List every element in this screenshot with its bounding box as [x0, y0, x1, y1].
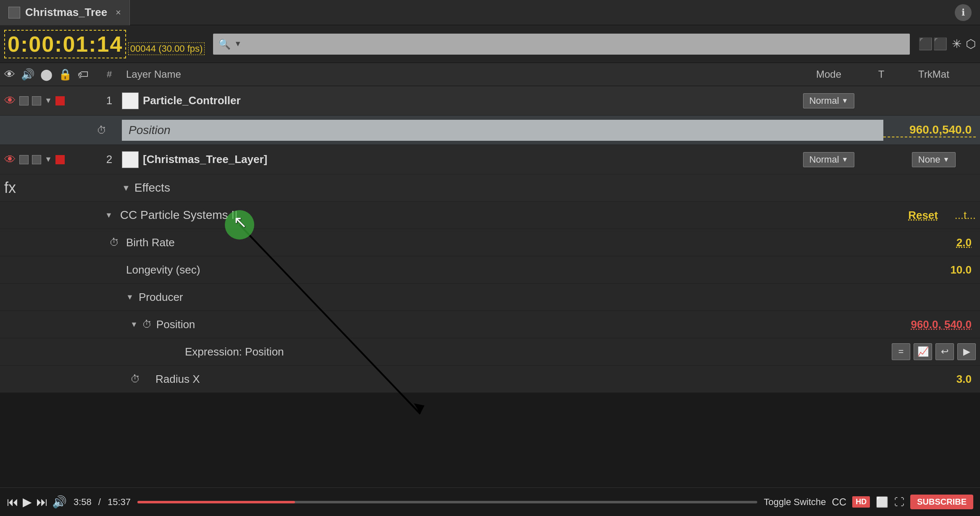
cc-particle-row: ▼ CC Particle Systems II Reset ...t...: [0, 202, 980, 229]
effects-expand-icon[interactable]: ▼: [122, 183, 130, 193]
layer-panel-header: 👁 🔊 ⬤ 🔒 🏷 # Layer Name Mode T TrkMat: [0, 63, 980, 86]
layer-1-mode-box[interactable]: Normal ▼: [803, 93, 855, 108]
radius-x-indent: ⏱: [4, 373, 151, 385]
effects-header-row: fx ▼ Effects: [0, 174, 980, 202]
toolbar-icons: ⬛⬛ ✳ ⬡: [918, 37, 976, 51]
col-hash: #: [97, 69, 122, 80]
layer-2-number: 2: [97, 153, 122, 166]
layer-2-thumbnail: [122, 151, 139, 168]
layer-2-trkmat-cell[interactable]: None ▼: [892, 152, 976, 167]
expression-row: Expression: Position = 📈 ↩ ▶: [0, 338, 980, 366]
info-icon[interactable]: ℹ: [955, 4, 972, 21]
label-header-icon: 🏷: [78, 68, 89, 81]
cursor-pointer: [225, 210, 254, 240]
fx-icon: fx: [4, 179, 29, 197]
tab-title: Christmas_Tree: [25, 6, 107, 19]
video-right-controls: Toggle Switche CC HD ⬜ ⛶ SUBSCRIBE: [764, 495, 973, 509]
layer-2-square-2: [32, 155, 41, 164]
expr-equals-button[interactable]: =: [892, 343, 910, 360]
lock-header-icon: 🔒: [58, 68, 72, 81]
birth-rate-value[interactable]: 2.0: [925, 236, 976, 249]
timecode-display[interactable]: 0:00:01:14: [4, 30, 126, 58]
layer-2-color-label: [55, 155, 65, 164]
play-pause-button[interactable]: ▶: [23, 495, 32, 509]
time-search-bar: 0:00:01:14 00044 (30.00 fps) 🔍 ▼ ⬛⬛ ✳ ⬡: [0, 25, 980, 63]
layer-1-color-label: [55, 96, 65, 105]
toolbar-icon-3[interactable]: ⬡: [966, 37, 976, 51]
composition-tab[interactable]: Christmas_Tree ×: [0, 0, 130, 25]
layer-2-row[interactable]: 👁 ▼ 2 [Christmas_Tree_Layer] Normal ▼ No…: [0, 145, 980, 174]
toolbar-icon-2[interactable]: ✳: [952, 37, 962, 51]
birth-rate-row: ⏱ Birth Rate 2.0: [0, 229, 980, 256]
toolbar-icon-1[interactable]: ⬛⬛: [918, 37, 948, 51]
cc-ellipsis: ...t...: [942, 209, 976, 222]
fullscreen-button[interactable]: ⛶: [894, 496, 904, 508]
progress-bar[interactable]: [137, 501, 757, 503]
layer-1-thumbnail: [122, 92, 139, 109]
progress-bar-fill: [137, 501, 295, 503]
theater-mode-button[interactable]: ⬜: [876, 496, 888, 508]
main-content: 👁 ▼ 1 Particle_Controller Normal ▼ ⏱ Pos…: [0, 86, 980, 487]
cc-button[interactable]: CC: [832, 496, 847, 508]
expression-controls: = 📈 ↩ ▶: [892, 343, 976, 360]
layer-2-name[interactable]: [Christmas_Tree_Layer]: [143, 153, 787, 166]
layer-2-eye-icon[interactable]: 👁: [4, 153, 16, 166]
layer-2-square-1: [19, 155, 29, 164]
volume-button[interactable]: 🔊: [52, 495, 67, 509]
effects-label: Effects: [134, 181, 170, 195]
producer-label: Producer: [139, 291, 976, 304]
layer-1-name[interactable]: Particle_Controller: [143, 94, 787, 107]
radius-x-row: ⏱ Radius X 3.0: [0, 366, 980, 393]
layer-1-controls: 👁 ▼: [4, 94, 97, 108]
toggle-switches-label: Toggle Switche: [764, 497, 826, 508]
time-display: 0:00:01:14 00044 (30.00 fps): [4, 30, 205, 58]
time-separator: /: [98, 497, 101, 508]
longevity-row: Longevity (sec) 10.0: [0, 256, 980, 284]
subscribe-button[interactable]: SUBSCRIBE: [910, 495, 973, 509]
expression-label: Expression: Position: [185, 345, 888, 358]
video-player-bar: ⏮ ▶ ⏭ 🔊 3:58 / 15:37 Toggle Switche CC H…: [0, 487, 980, 516]
producer-position-expand-icon[interactable]: ▼: [130, 320, 138, 329]
layer-1-eye-icon[interactable]: 👁: [4, 94, 16, 108]
search-dropdown-icon[interactable]: ▼: [234, 39, 242, 48]
producer-expand-icon[interactable]: ▼: [126, 293, 134, 302]
producer-position-value[interactable]: 960.0, 540.0: [883, 318, 976, 331]
layer-1-mode-dropdown[interactable]: Normal ▼: [787, 93, 871, 108]
layer-2-trkmat-box[interactable]: None ▼: [912, 152, 956, 167]
tab-close-button[interactable]: ×: [116, 7, 121, 18]
cc-reset-button[interactable]: Reset: [888, 209, 938, 222]
header-icons-group: 👁 🔊 ⬤ 🔒 🏷: [4, 68, 97, 81]
radius-x-stopwatch-icon: ⏱: [130, 373, 140, 385]
layer-2-controls: 👁 ▼: [4, 153, 97, 166]
expr-play-button[interactable]: ▶: [957, 343, 976, 360]
producer-position-label: Position: [156, 318, 879, 331]
layer-2-mode-arrow: ▼: [842, 156, 848, 163]
layer-2-mode-box[interactable]: Normal ▼: [803, 152, 855, 167]
radius-x-value[interactable]: 3.0: [925, 373, 976, 386]
layer-2-trkmat-arrow: ▼: [943, 156, 949, 163]
play-controls: ⏮ ▶ ⏭ 🔊: [7, 495, 67, 509]
prev-frame-button[interactable]: ⏮: [7, 495, 18, 509]
producer-position-stopwatch-icon: ⏱: [142, 319, 152, 330]
layer-1-dropdown-arrow[interactable]: ▼: [45, 96, 52, 105]
layer-1-row[interactable]: 👁 ▼ 1 Particle_Controller Normal ▼: [0, 86, 980, 116]
layer-2-dropdown-arrow[interactable]: ▼: [45, 155, 52, 164]
position-label: Position: [129, 124, 171, 137]
producer-indent: ▼: [4, 293, 134, 302]
producer-position-row: ▼ ⏱ Position 960.0, 540.0: [0, 311, 980, 338]
next-frame-button[interactable]: ⏭: [36, 495, 48, 509]
expr-graph-button[interactable]: 📈: [914, 343, 932, 360]
top-right-area: ℹ: [955, 4, 980, 21]
longevity-value[interactable]: 10.0: [925, 263, 976, 276]
search-bar: 🔍 ▼: [213, 34, 910, 55]
cc-expand-icon[interactable]: ▼: [105, 211, 113, 220]
layer-1-square-1: [19, 96, 29, 105]
producer-row: ▼ Producer: [0, 284, 980, 311]
birth-rate-stopwatch-icon: ⏱: [109, 237, 119, 248]
col-layer-name: Layer Name: [122, 68, 787, 80]
comp-icon: [8, 7, 20, 18]
producer-position-indent: ▼ ⏱: [4, 319, 152, 330]
layer-2-mode-dropdown[interactable]: Normal ▼: [787, 152, 871, 167]
position-value[interactable]: 960.0,540.0: [883, 123, 976, 137]
expr-reset-button[interactable]: ↩: [935, 343, 954, 360]
